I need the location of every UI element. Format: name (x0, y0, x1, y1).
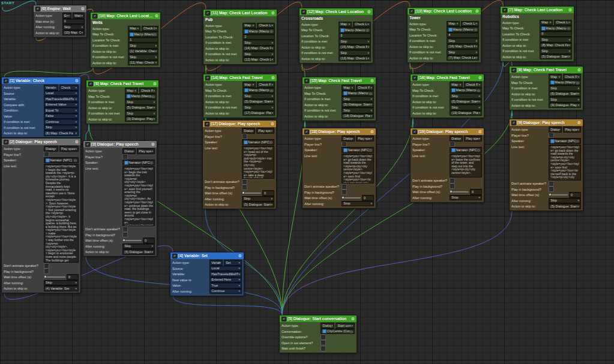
action-type-type-dropdown[interactable]: Play speech▾ (59, 146, 79, 152)
node-header[interactable]: ✓[2] Dialogue: Play speech⚙ (2, 139, 80, 145)
gear-icon[interactable]: ⚙ (75, 140, 79, 144)
node-header[interactable]: ✓[16] Map: Check Fast Travel⚙ (411, 74, 484, 81)
action-type-category-dropdown[interactable]: Dialogue▾ (242, 128, 255, 134)
speaker-object-field[interactable]: Narrator (NPC)◎ (242, 139, 274, 145)
if-condition-is-met-dropdown[interactable]: Skip▾ (125, 99, 157, 105)
action-type-type-dropdown[interactable]: Check Fast Tr▾ (356, 85, 374, 91)
action-to-skip-to-dropdown[interactable]: (5) Dialogue: Start▾ (242, 99, 275, 105)
node-enabled-checkbox[interactable]: ✓ (412, 130, 417, 134)
action-type-category-dropdown[interactable]: Variable▾ (44, 85, 58, 91)
gear-icon[interactable]: ⚙ (75, 79, 79, 83)
node-enabled-checkbox[interactable]: ✓ (412, 76, 417, 80)
action-to-skip-to-dropdown[interactable]: (8) Map: Check Fa▾ (540, 43, 572, 49)
action-type-type-dropdown[interactable]: Check Fast Tr▾ (464, 82, 482, 88)
wait-time-offset-s-input[interactable]: 0 (470, 189, 482, 195)
map-to-check-object-field[interactable]: Macrp (Macrp Ma◎ (339, 27, 371, 33)
gear-icon[interactable]: ⚙ (155, 14, 158, 18)
action-to-skip-to-dropdown[interactable]: (10) Map: Check L▾ (62, 30, 85, 36)
node-enabled-checkbox[interactable]: ✓ (35, 7, 40, 11)
location-to-check-input[interactable]: 2 (242, 34, 275, 40)
node-12-map-check-last-location[interactable]: ✓[12] Map: Check Last Location⚙Crossroad… (299, 8, 373, 64)
node-enabled-checkbox[interactable]: ✓ (205, 11, 210, 16)
if-condition-is-met-dropdown[interactable]: Skip▾ (342, 96, 374, 102)
gear-icon[interactable]: ⚙ (577, 68, 581, 72)
player-line-checkbox[interactable] (44, 152, 49, 157)
gear-icon[interactable]: ⚙ (271, 11, 275, 15)
action-type-category-dropdown[interactable]: Map▾ (242, 82, 256, 88)
node-graph-canvas[interactable]: START ✓[0] Engine: Wait⚙Action type:Engi… (0, 0, 614, 364)
gear-icon[interactable]: ⚙ (351, 317, 355, 321)
player-line-checkbox[interactable] (122, 154, 128, 160)
node-enabled-checkbox[interactable]: ✓ (4, 140, 8, 145)
value-dropdown[interactable]: True▾ (209, 282, 242, 288)
wait-time-offset-s-slider[interactable] (450, 191, 469, 192)
after-running-dropdown[interactable]: Stop▾ (450, 195, 482, 201)
object-picker-icon[interactable]: ◎ (477, 89, 480, 92)
node-enabled-checkbox[interactable]: ✓ (205, 76, 210, 80)
map-to-check-object-field[interactable]: Macrp (Macrp Ma◎ (242, 28, 275, 34)
gear-icon[interactable]: ⚙ (568, 8, 572, 12)
node-enabled-checkbox[interactable]: ✓ (304, 79, 309, 83)
speaker-object-field[interactable]: Narrator (NPC)◎ (44, 157, 79, 163)
don-t-animate-speaker-checkbox[interactable] (342, 184, 347, 189)
after-running-dropdown[interactable]: Skip▾ (62, 24, 85, 30)
node-header[interactable]: ✓[14] Map: Check Fast Travel⚙ (203, 74, 277, 81)
variable-dropdown[interactable]: HasTraveledWellTo▾ (44, 96, 79, 102)
action-type-type-dropdown[interactable]: Play speech▾ (464, 136, 482, 142)
action-to-skip-to-dropdown[interactable]: (5) Dialogue: Start▾ (342, 102, 374, 108)
if-condition-is-not-met-dropdown[interactable]: Skip▾ (242, 51, 275, 57)
after-running-dropdown[interactable]: Skip▾ (44, 280, 79, 286)
if-condition-is-not-met-dropdown[interactable]: Skip▾ (128, 54, 158, 60)
object-picker-icon[interactable]: ◎ (270, 29, 273, 33)
node-enabled-checkbox[interactable]: ✓ (511, 121, 516, 125)
node-header[interactable]: ✓[7] Map: Check Last Location⚙ (501, 7, 574, 13)
gear-icon[interactable]: ⚙ (367, 10, 371, 14)
node-header[interactable]: ✓[9] Dialogue: Play speech⚙ (510, 119, 583, 126)
node-5-dialogue-start-conversation[interactable]: ✓[5] Dialogue: Start conversation⚙Action… (279, 315, 357, 353)
action-type-type-dropdown[interactable]: Check Fast Tr▾ (563, 74, 581, 80)
gear-icon[interactable]: ⚙ (370, 79, 374, 83)
action-to-skip-to-dropdown[interactable]: (11) Map: Check L▾ (128, 60, 158, 66)
node-1-variable-check[interactable]: ✓[1] Variable: Check⚙Action type:Variabl… (1, 77, 81, 138)
node-enabled-checkbox[interactable]: ✓ (205, 122, 209, 127)
if-condition-is-not-met-dropdown[interactable]: Skip▾ (450, 104, 482, 110)
line-text-area[interactable]: <style=you>You</style> leave the confine… (450, 154, 482, 178)
action-type-category-dropdown[interactable]: Dialogue▾ (122, 148, 136, 154)
action-type-type-dropdown[interactable]: Check Last L▾ (461, 21, 479, 27)
wait-time-offset-s-input[interactable]: 0 (143, 237, 155, 243)
action-type-category-dropdown[interactable]: Variable▾ (209, 260, 223, 266)
don-t-animate-speaker-checkbox[interactable] (450, 178, 455, 183)
node-header[interactable]: ✓[4] Variable: Set⚙ (170, 252, 244, 259)
node-enabled-checkbox[interactable]: ✓ (281, 317, 286, 321)
map-to-check-object-field[interactable]: Macrp (Macrp Ma◎ (342, 91, 374, 97)
slider-thumb[interactable] (549, 193, 552, 196)
action-type-type-dropdown[interactable]: Play speech▾ (137, 148, 155, 154)
action-type-type-dropdown[interactable]: Wait▾ (73, 13, 85, 19)
play-in-background-checkbox[interactable] (44, 269, 49, 274)
node-0-engine-wait[interactable]: ✓[0] Engine: Wait⚙Action type:Engine▾Wai… (33, 5, 87, 38)
node-header[interactable]: ✓[18] Dialogue: Play speech⚙ (302, 128, 376, 135)
wait-time-offset-s-input[interactable]: 0 (67, 274, 79, 280)
action-type-type-dropdown[interactable]: Check Last L▾ (353, 22, 371, 28)
after-running-dropdown[interactable]: Continue▾ (209, 288, 242, 294)
node-header[interactable]: ✓[17] Dialogue: Play speech⚙ (203, 121, 276, 127)
slider-thumb[interactable] (122, 239, 125, 242)
node-enabled-checkbox[interactable]: ✓ (511, 68, 516, 73)
map-to-check-object-field[interactable]: Macrp (Macrp Ma◎ (447, 26, 479, 32)
action-type-category-dropdown[interactable]: Dialogue▾ (549, 127, 562, 133)
node-11-map-check-last-location[interactable]: ✓[11] Map: Check Last Location⚙PubAction… (203, 9, 277, 65)
node-header[interactable]: ✓[19] Dialogue: Play speech⚙ (411, 128, 484, 135)
object-picker-icon[interactable]: ◎ (366, 28, 369, 32)
override-options-checkbox[interactable] (321, 335, 326, 340)
don-t-animate-speaker-checkbox[interactable] (242, 179, 247, 185)
wait-time-offset-s-slider[interactable] (342, 197, 361, 198)
action-type-category-dropdown[interactable]: Map▾ (125, 88, 138, 94)
action-type-type-dropdown[interactable]: Check Last L▾ (142, 26, 158, 32)
action-to-skip-to-dropdown[interactable]: (17) Dialogue: Play▾ (242, 110, 275, 116)
wait-time-offset-s-input[interactable]: 0 (362, 195, 374, 201)
action-to-skip-to-dropdown[interactable]: (5) Dialogue: Start▾ (450, 99, 482, 105)
after-running-dropdown[interactable]: Skip▾ (242, 196, 274, 202)
object-picker-icon[interactable]: ◎ (369, 148, 372, 152)
action-to-skip-to-dropdown[interactable]: (5) Dialogue: Start▾ (549, 203, 581, 209)
speaker-object-field[interactable]: Narrator (NPC)◎ (342, 147, 374, 153)
